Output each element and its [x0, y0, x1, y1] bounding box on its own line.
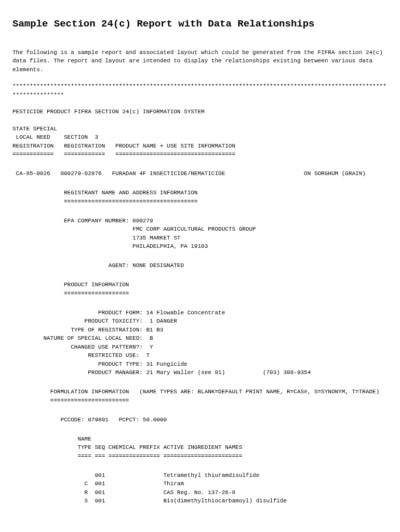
- formulation-header: FORMULATION INFORMATION (NAME TYPES ARE:…: [12, 388, 388, 405]
- system-title: PESTICIDE PRODUCT FIFRA SECTION 24(c) IN…: [12, 108, 388, 116]
- intro-paragraph: The following is a sample report and ass…: [12, 48, 388, 74]
- registrant-header: REGISTRANT NAME AND ADDRESS INFORMATION …: [12, 189, 388, 206]
- registration-data-row: CA-85-0026 000279-02876 FURADAN 4F INSEC…: [12, 169, 388, 178]
- column-header-block: STATE SPECIAL LOCAL NEED SECTION 3 REGIS…: [12, 125, 388, 159]
- product-info: PRODUCT FORM: 14 Flowable Concentrate PR…: [12, 309, 388, 377]
- agent-info: AGENT: NONE DESIGNATED: [12, 261, 388, 270]
- product-header: PRODUCT INFORMATION ===================: [12, 281, 388, 298]
- pccode-line: PCCODE: 079801 PCPCT: 50.0000: [12, 416, 388, 424]
- registrant-info: EPA COMPANY NUMBER: 000279 FMC CORP AGRI…: [12, 217, 388, 251]
- asterisk-divider: ****************************************…: [12, 82, 388, 99]
- ingredients-header: NAME TYPE SEQ CHEMICAL PREFIX ACTIVE ING…: [12, 435, 388, 461]
- page-title: Sample Section 24(c) Report with Data Re…: [12, 17, 388, 32]
- ingredients-list: 001 Tetramethyl thiuramdisulfide C 001 T…: [12, 471, 388, 506]
